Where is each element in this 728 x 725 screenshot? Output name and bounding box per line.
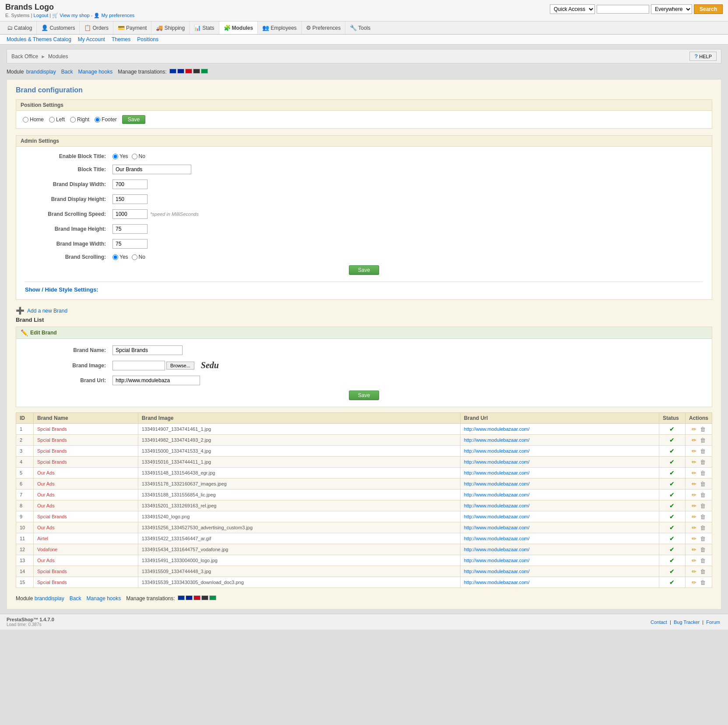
logout-link[interactable]: Logout [34,13,49,18]
brand-name-link[interactable]: Spcial Brands [37,448,67,454]
flag-de-bottom[interactable] [201,595,208,600]
position-footer-label[interactable]: Footer [95,116,117,123]
forum-link[interactable]: Forum [706,619,720,625]
enable-yes-radio[interactable] [113,154,118,159]
brand-name-link[interactable]: Our Ads [37,492,55,497]
flag-de-top[interactable] [193,69,200,74]
edit-icon[interactable]: ✏ [692,568,696,575]
scrolling-no-label[interactable]: No [132,254,145,260]
brand-url-link[interactable]: http://www.modulebazaar.com/ [464,470,530,475]
delete-icon[interactable]: 🗑 [700,514,706,520]
nav-item-shipping[interactable]: 🚚 Shipping [151,21,190,34]
brand-url-link[interactable]: http://www.modulebazaar.com/ [464,459,530,465]
edit-icon[interactable]: ✏ [692,535,696,542]
position-right-label[interactable]: Right [70,116,89,123]
edit-icon[interactable]: ✏ [692,514,696,520]
everywhere-select[interactable]: Everywhere [651,4,692,14]
enable-no-label[interactable]: No [132,153,145,159]
brand-name-link[interactable]: Our Ads [37,525,55,530]
enable-no-radio[interactable] [132,154,137,159]
brand-name-link[interactable]: Spcial Brands [37,514,67,519]
manage-hooks-link-top[interactable]: Manage hooks [78,69,113,75]
brand-name-link[interactable]: Airtel [37,536,48,541]
preferences-link[interactable]: My preferences [101,13,134,18]
edit-icon[interactable]: ✏ [692,579,696,586]
search-input[interactable] [597,5,649,14]
brand-name-link[interactable]: Our Ads [37,470,55,475]
edit-icon[interactable]: ✏ [692,437,696,443]
edit-icon[interactable]: ✏ [692,557,696,564]
scrolling-yes-radio[interactable] [113,254,118,260]
bug-tracker-link[interactable]: Bug Tracker [674,619,700,625]
delete-icon[interactable]: 🗑 [700,557,706,564]
breadcrumb-back-office[interactable]: Back Office [11,53,38,60]
edit-brand-save-button[interactable]: Save [349,391,379,400]
brand-url-link[interactable]: http://www.modulebazaar.com/ [464,503,530,508]
subnav-positions[interactable]: Positions [137,36,158,42]
nav-item-stats[interactable]: 📊 Stats [190,21,219,34]
flag-it-bottom[interactable] [209,595,216,600]
brand-name-link[interactable]: Spcial Brands [37,569,67,574]
brand-url-input[interactable] [113,376,200,385]
flag-en-top[interactable] [169,69,176,74]
nav-item-orders[interactable]: 📋 Orders [80,21,113,34]
block-title-input[interactable] [113,165,191,174]
nav-item-tools[interactable]: 🔧 Tools [345,21,375,34]
brand-url-link[interactable]: http://www.modulebazaar.com/ [464,569,530,574]
brand-name-link[interactable]: Our Ads [37,481,55,486]
admin-save-button[interactable]: Save [349,265,379,275]
showhide-link[interactable]: Show / Hide Style Settings: [25,286,98,293]
brand-url-link[interactable]: http://www.modulebazaar.com/ [464,448,530,454]
delete-icon[interactable]: 🗑 [700,470,706,476]
brand-image-width-input[interactable] [113,239,148,249]
delete-icon[interactable]: 🗑 [700,579,706,586]
search-button[interactable]: Search [694,4,723,14]
enable-yes-label[interactable]: Yes [113,153,128,159]
brand-name-link[interactable]: Spcial Brands [37,437,67,443]
flag-fr-bottom[interactable] [186,595,193,600]
flag-es-top[interactable] [185,69,192,74]
position-home-label[interactable]: Home [23,116,44,123]
nav-item-payment[interactable]: 💳 Payment [113,21,151,34]
quick-access-select[interactable]: Quick Access [550,4,595,14]
contact-link[interactable]: Contact [651,619,667,625]
brand-name-link[interactable]: Spcial Brands [37,459,67,465]
brand-url-link[interactable]: http://www.modulebazaar.com/ [464,514,530,519]
edit-icon[interactable]: ✏ [692,448,696,454]
help-button[interactable]: ? HELP [689,52,717,61]
brand-url-link[interactable]: http://www.modulebazaar.com/ [464,580,530,585]
module-name-link-top[interactable]: branddisplay [26,69,56,75]
position-right-radio[interactable] [70,117,76,123]
back-link-top[interactable]: Back [61,69,73,75]
brand-url-link[interactable]: http://www.modulebazaar.com/ [464,426,530,432]
nav-item-modules[interactable]: 🧩 Modules [219,21,258,34]
flag-it-top[interactable] [201,69,208,74]
brand-url-link[interactable]: http://www.modulebazaar.com/ [464,558,530,563]
edit-icon[interactable]: ✏ [692,459,696,465]
position-left-radio[interactable] [49,117,55,123]
edit-icon[interactable]: ✏ [692,492,696,498]
brand-url-link[interactable]: http://www.modulebazaar.com/ [464,481,530,486]
edit-icon[interactable]: ✏ [692,481,696,487]
delete-icon[interactable]: 🗑 [700,524,706,531]
position-footer-radio[interactable] [95,117,100,123]
brand-name-link[interactable]: Spcial Brands [37,580,67,585]
brand-name-link[interactable]: Our Ads [37,558,55,563]
add-brand-link[interactable]: Add a new Brand [27,308,67,314]
edit-icon[interactable]: ✏ [692,524,696,531]
position-left-label[interactable]: Left [49,116,65,123]
my-shop-link[interactable]: View my shop [60,13,89,18]
delete-icon[interactable]: 🗑 [700,568,706,575]
delete-icon[interactable]: 🗑 [700,426,706,433]
nav-item-preferences[interactable]: ⚙ Preferences [302,21,346,34]
position-home-radio[interactable] [23,117,28,123]
delete-icon[interactable]: 🗑 [700,546,706,553]
brand-url-link[interactable]: http://www.modulebazaar.com/ [464,547,530,552]
subnav-themes[interactable]: Themes [112,36,130,42]
brand-scrolling-speed-input[interactable] [113,209,148,219]
delete-icon[interactable]: 🗑 [700,503,706,509]
brand-url-link[interactable]: http://www.modulebazaar.com/ [464,525,530,530]
brand-display-width-input[interactable] [113,179,148,189]
brand-url-link[interactable]: http://www.modulebazaar.com/ [464,492,530,497]
flag-en-bottom[interactable] [178,595,185,600]
